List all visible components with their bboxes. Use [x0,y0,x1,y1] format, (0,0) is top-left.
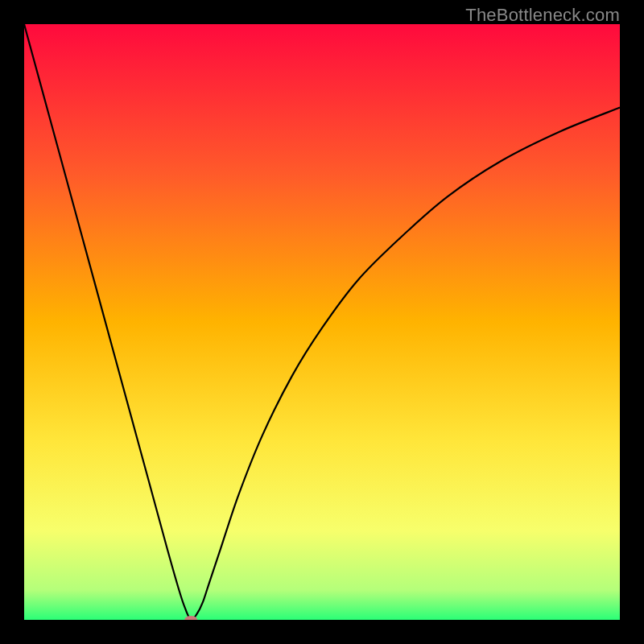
attribution-label: TheBottleneck.com [465,5,620,26]
gradient-background [24,24,620,620]
chart-frame [24,24,620,620]
bottleneck-chart [24,24,620,620]
